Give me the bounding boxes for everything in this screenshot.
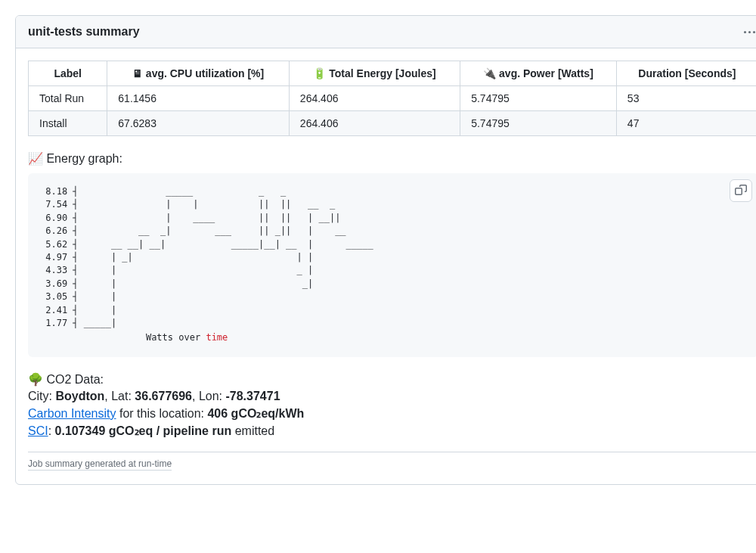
table-header-row: Label 🖥 avg. CPU utilization [%] 🔋 Total… (29, 61, 757, 86)
sci-sep: : (48, 424, 55, 437)
copy-icon (735, 185, 747, 197)
sci-suffix: emitted (231, 424, 274, 437)
ascii-plot: 8.18 ┤ _____ _ _ 7.54 ┤ | | || || __ _ 6… (40, 185, 746, 330)
sci-value: 0.107349 gCO₂eq / pipeline run (55, 424, 232, 437)
kebab-dot-icon (753, 31, 755, 33)
cell-label: Total Run (29, 86, 107, 111)
kebab-dot-icon (744, 31, 746, 33)
footer-link[interactable]: Job summary generated at run-time (28, 458, 172, 471)
lon-value: -78.37471 (225, 390, 280, 402)
lat-value: 36.677696 (135, 390, 192, 402)
lon-label: , Lon: (192, 390, 225, 402)
carbon-intensity-link[interactable]: Carbon Intensity (28, 407, 116, 420)
kebab-dot-icon (748, 31, 751, 33)
cell-duration: 47 (616, 111, 756, 136)
co2-sci-line: SCI: 0.107349 gCO₂eq / pipeline run emit… (28, 424, 756, 438)
city-label: City: (28, 390, 55, 402)
carbon-intensity-value: 406 gCO₂eq/kWh (207, 407, 304, 420)
co2-heading: 🌳 CO2 Data: (28, 372, 756, 387)
caption-time: time (206, 332, 228, 343)
caption-prefix: Watts over (146, 332, 206, 343)
th-duration: Duration [Seconds] (616, 61, 756, 86)
table-row: Total Run 61.1456 264.406 5.74795 53 (29, 86, 757, 111)
cell-power: 5.74795 (460, 111, 617, 136)
cell-label: Install (29, 111, 107, 136)
plot-caption: Watts over time (40, 331, 746, 344)
card-title: unit-tests summary (28, 25, 140, 39)
th-cpu: 🖥 avg. CPU utilization [%] (107, 61, 290, 86)
co2-location: City: Boydton, Lat: 36.677696, Lon: -78.… (28, 390, 756, 403)
cell-energy: 264.406 (289, 86, 460, 111)
card-body: Label 🖥 avg. CPU utilization [%] 🔋 Total… (16, 48, 756, 484)
more-options-button[interactable] (741, 28, 756, 36)
card-header: unit-tests summary (16, 16, 756, 48)
energy-graph-codeblock: 8.18 ┤ _____ _ _ 7.54 ┤ | | || || __ _ 6… (28, 173, 756, 357)
th-label: Label (29, 61, 107, 86)
th-energy: 🔋 Total Energy [Joules] (289, 61, 460, 86)
cell-duration: 53 (616, 86, 756, 111)
cell-energy: 264.406 (289, 111, 460, 136)
metrics-table: Label 🖥 avg. CPU utilization [%] 🔋 Total… (28, 61, 756, 136)
summary-card: unit-tests summary Label 🖥 avg. CPU util… (15, 15, 756, 485)
lat-label: , Lat: (104, 390, 135, 402)
carbon-intensity-text: for this location: (116, 407, 208, 420)
separator (28, 452, 756, 452)
table-row: Install 67.6283 264.406 5.74795 47 (29, 111, 757, 136)
sci-link[interactable]: SCI (28, 424, 48, 437)
city-value: Boydton (55, 390, 104, 402)
energy-graph-label: 📈 Energy graph: (28, 151, 756, 166)
th-power: 🔌 avg. Power [Watts] (460, 61, 617, 86)
co2-block: 🌳 CO2 Data: City: Boydton, Lat: 36.67769… (28, 372, 756, 438)
co2-intensity-line: Carbon Intensity for this location: 406 … (28, 406, 756, 421)
cell-cpu: 67.6283 (107, 111, 290, 136)
copy-button[interactable] (730, 179, 752, 202)
cell-power: 5.74795 (460, 86, 617, 111)
cell-cpu: 61.1456 (107, 86, 290, 111)
